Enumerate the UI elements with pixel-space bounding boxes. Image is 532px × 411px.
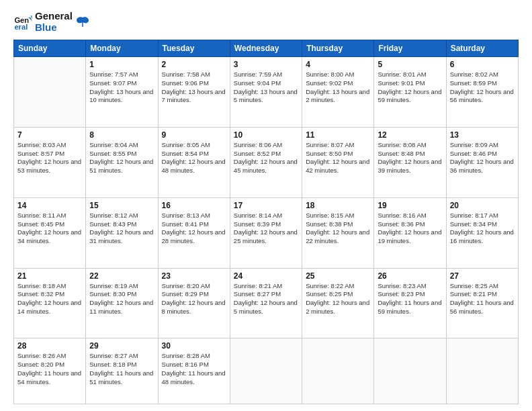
logo: Gen eral General Blue — [13, 11, 90, 33]
day-number: 24 — [234, 271, 298, 281]
table-row — [374, 338, 446, 404]
day-number: 5 — [378, 60, 442, 69]
table-row: 14Sunrise: 8:11 AMSunset: 8:45 PMDayligh… — [14, 197, 86, 268]
page: Gen eral General Blue SundayMon — [0, 0, 532, 411]
day-number: 3 — [234, 60, 298, 69]
table-row: 19Sunrise: 8:16 AMSunset: 8:36 PMDayligh… — [374, 197, 446, 268]
day-number: 20 — [450, 201, 515, 210]
day-number: 14 — [17, 201, 82, 210]
day-number: 18 — [306, 201, 370, 210]
day-info: Sunrise: 8:22 AMSunset: 8:25 PMDaylight:… — [306, 282, 370, 316]
day-info: Sunrise: 8:26 AMSunset: 8:20 PMDaylight:… — [17, 352, 82, 386]
svg-text:eral: eral — [14, 23, 28, 31]
day-number: 25 — [306, 271, 370, 281]
table-row: 28Sunrise: 8:26 AMSunset: 8:20 PMDayligh… — [14, 338, 86, 404]
day-info: Sunrise: 8:00 AMSunset: 9:02 PMDaylight:… — [306, 71, 370, 105]
day-info: Sunrise: 8:14 AMSunset: 8:39 PMDaylight:… — [234, 212, 298, 246]
table-row: 24Sunrise: 8:21 AMSunset: 8:27 PMDayligh… — [230, 268, 302, 338]
table-row: 16Sunrise: 8:13 AMSunset: 8:41 PMDayligh… — [158, 197, 230, 268]
table-row: 5Sunrise: 8:01 AMSunset: 9:01 PMDaylight… — [374, 57, 446, 128]
day-info: Sunrise: 8:28 AMSunset: 8:16 PMDaylight:… — [162, 352, 226, 386]
day-info: Sunrise: 8:06 AMSunset: 8:52 PMDaylight:… — [234, 141, 298, 175]
table-row: 22Sunrise: 8:19 AMSunset: 8:30 PMDayligh… — [86, 268, 158, 338]
day-info: Sunrise: 7:59 AMSunset: 9:04 PMDaylight:… — [234, 71, 298, 105]
day-info: Sunrise: 8:04 AMSunset: 8:55 PMDaylight:… — [89, 141, 154, 175]
day-number: 16 — [162, 201, 226, 210]
table-row: 15Sunrise: 8:12 AMSunset: 8:43 PMDayligh… — [86, 197, 158, 268]
day-info: Sunrise: 7:57 AMSunset: 9:07 PMDaylight:… — [89, 71, 154, 105]
day-number: 10 — [234, 130, 298, 140]
table-row: 20Sunrise: 8:17 AMSunset: 8:34 PMDayligh… — [446, 197, 518, 268]
weekday-tuesday: Tuesday — [158, 40, 230, 57]
day-info: Sunrise: 8:13 AMSunset: 8:41 PMDaylight:… — [162, 212, 226, 246]
weekday-friday: Friday — [374, 40, 446, 57]
table-row: 18Sunrise: 8:15 AMSunset: 8:38 PMDayligh… — [302, 197, 374, 268]
day-info: Sunrise: 8:03 AMSunset: 8:57 PMDaylight:… — [17, 141, 82, 175]
table-row — [14, 57, 86, 128]
day-info: Sunrise: 8:21 AMSunset: 8:27 PMDaylight:… — [234, 282, 298, 316]
day-number: 22 — [89, 271, 154, 281]
weekday-sunday: Sunday — [14, 40, 86, 57]
day-number: 27 — [450, 271, 515, 281]
table-row: 26Sunrise: 8:23 AMSunset: 8:23 PMDayligh… — [374, 268, 446, 338]
day-number: 21 — [17, 271, 82, 281]
table-row: 27Sunrise: 8:25 AMSunset: 8:21 PMDayligh… — [446, 268, 518, 338]
table-row: 3Sunrise: 7:59 AMSunset: 9:04 PMDaylight… — [230, 57, 302, 128]
day-info: Sunrise: 8:23 AMSunset: 8:23 PMDaylight:… — [378, 282, 442, 316]
weekday-thursday: Thursday — [302, 40, 374, 57]
logo-general: General — [35, 11, 73, 22]
day-number: 2 — [162, 60, 226, 69]
table-row: 29Sunrise: 8:27 AMSunset: 8:18 PMDayligh… — [86, 338, 158, 404]
day-number: 7 — [17, 130, 82, 140]
day-number: 17 — [234, 201, 298, 210]
bird-icon — [75, 15, 90, 30]
header: Gen eral General Blue — [13, 11, 519, 33]
table-row: 7Sunrise: 8:03 AMSunset: 8:57 PMDaylight… — [14, 127, 86, 197]
weekday-header-row: SundayMondayTuesdayWednesdayThursdayFrid… — [14, 40, 519, 57]
day-info: Sunrise: 8:18 AMSunset: 8:32 PMDaylight:… — [17, 282, 82, 316]
day-number: 23 — [162, 271, 226, 281]
calendar-table: SundayMondayTuesdayWednesdayThursdayFrid… — [13, 40, 519, 404]
table-row: 17Sunrise: 8:14 AMSunset: 8:39 PMDayligh… — [230, 197, 302, 268]
day-info: Sunrise: 8:25 AMSunset: 8:21 PMDaylight:… — [450, 282, 515, 316]
table-row: 8Sunrise: 8:04 AMSunset: 8:55 PMDaylight… — [86, 127, 158, 197]
table-row: 9Sunrise: 8:05 AMSunset: 8:54 PMDaylight… — [158, 127, 230, 197]
day-number: 11 — [306, 130, 370, 140]
table-row: 12Sunrise: 8:08 AMSunset: 8:48 PMDayligh… — [374, 127, 446, 197]
day-info: Sunrise: 8:19 AMSunset: 8:30 PMDaylight:… — [89, 282, 154, 316]
table-row — [446, 338, 518, 404]
day-info: Sunrise: 8:17 AMSunset: 8:34 PMDaylight:… — [450, 212, 515, 246]
day-number: 6 — [450, 60, 515, 69]
table-row: 10Sunrise: 8:06 AMSunset: 8:52 PMDayligh… — [230, 127, 302, 197]
weekday-wednesday: Wednesday — [230, 40, 302, 57]
table-row: 4Sunrise: 8:00 AMSunset: 9:02 PMDaylight… — [302, 57, 374, 128]
day-number: 1 — [89, 60, 154, 69]
day-info: Sunrise: 8:05 AMSunset: 8:54 PMDaylight:… — [162, 141, 226, 175]
day-info: Sunrise: 8:27 AMSunset: 8:18 PMDaylight:… — [89, 352, 154, 386]
table-row — [230, 338, 302, 404]
day-number: 15 — [89, 201, 154, 210]
table-row: 13Sunrise: 8:09 AMSunset: 8:46 PMDayligh… — [446, 127, 518, 197]
table-row: 23Sunrise: 8:20 AMSunset: 8:29 PMDayligh… — [158, 268, 230, 338]
day-info: Sunrise: 8:15 AMSunset: 8:38 PMDaylight:… — [306, 212, 370, 246]
day-info: Sunrise: 8:12 AMSunset: 8:43 PMDaylight:… — [89, 212, 154, 246]
day-info: Sunrise: 7:58 AMSunset: 9:06 PMDaylight:… — [162, 71, 226, 105]
weekday-monday: Monday — [86, 40, 158, 57]
day-number: 28 — [17, 341, 82, 351]
day-number: 8 — [89, 130, 154, 140]
day-number: 19 — [378, 201, 442, 210]
logo-blue: Blue — [35, 22, 73, 34]
day-info: Sunrise: 8:08 AMSunset: 8:48 PMDaylight:… — [378, 141, 442, 175]
day-number: 13 — [450, 130, 515, 140]
table-row: 1Sunrise: 7:57 AMSunset: 9:07 PMDaylight… — [86, 57, 158, 128]
table-row: 11Sunrise: 8:07 AMSunset: 8:50 PMDayligh… — [302, 127, 374, 197]
day-number: 29 — [89, 341, 154, 351]
day-info: Sunrise: 8:09 AMSunset: 8:46 PMDaylight:… — [450, 141, 515, 175]
table-row: 25Sunrise: 8:22 AMSunset: 8:25 PMDayligh… — [302, 268, 374, 338]
table-row: 6Sunrise: 8:02 AMSunset: 8:59 PMDaylight… — [446, 57, 518, 128]
logo-icon: Gen eral — [13, 13, 32, 32]
day-info: Sunrise: 8:20 AMSunset: 8:29 PMDaylight:… — [162, 282, 226, 316]
day-number: 9 — [162, 130, 226, 140]
table-row: 21Sunrise: 8:18 AMSunset: 8:32 PMDayligh… — [14, 268, 86, 338]
day-number: 30 — [162, 341, 226, 351]
